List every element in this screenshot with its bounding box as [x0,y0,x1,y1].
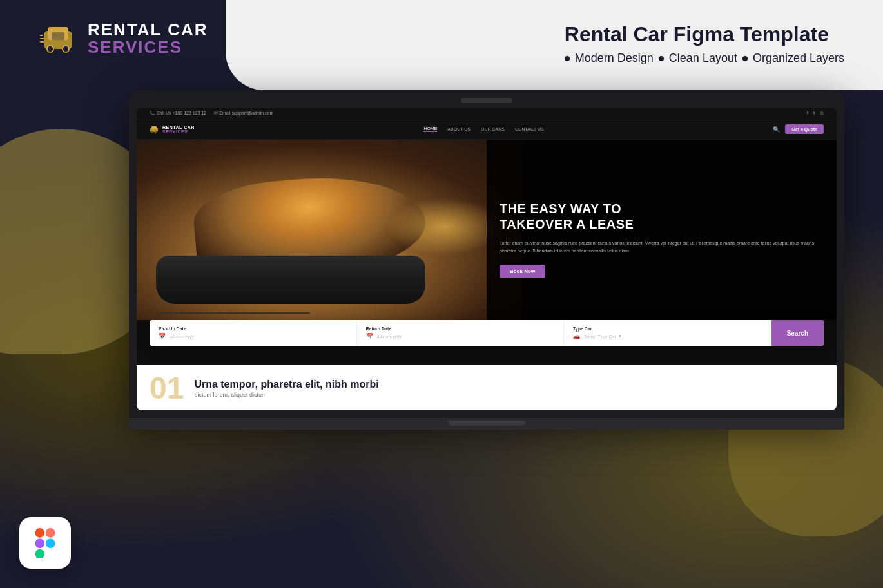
type-car-label: Type Car [573,327,762,331]
features-list: Modern Design Clean Layout Organized Lay… [565,52,844,65]
logo-icon [39,19,77,58]
phone-label: Call Us +180 123 123 12 [157,111,206,115]
site-nav: RENTAL CAR SERVICES HOME ABOUT US OUR CA… [137,119,837,140]
site-nav-logo: RENTAL CAR SERVICES [150,125,195,134]
site-about: 01 Urna tempor, pharetra elit, nibh morb… [137,365,837,410]
hero-car-detail1 [156,312,310,314]
feature-dot-3 [742,56,748,61]
laptop-body: 📞 Call Us +180 123 123 12 ✉ Email suppor… [129,90,844,418]
site-logo-line2: SERVICES [162,129,195,134]
site-topbar: 📞 Call Us +180 123 123 12 ✉ Email suppor… [137,108,837,119]
get-quote-button[interactable]: Get a Quote [785,124,824,134]
header-right: Rental Car Figma Template Modern Design … [565,19,844,65]
pickup-date-row: 📅 dd-mm-yyyy [159,333,347,339]
svg-point-3 [63,46,69,52]
site-nav-logo-text: RENTAL CAR SERVICES [162,125,195,134]
type-car-row: 🚗 Select Type Car ▾ [573,333,762,339]
hero-car-grill [156,256,425,304]
feature-modern-design: Modern Design [575,52,654,65]
site-topbar-left: 📞 Call Us +180 123 123 12 ✉ Email suppor… [150,111,273,116]
return-date-field[interactable]: Return Date 📅 dd-mm-yyyy [357,320,565,346]
calendar-icon-return: 📅 [366,333,373,339]
social-facebook[interactable]: f [807,111,808,116]
hero-description: Tortor etiam pulvinar nunc sagittis nunc… [500,240,824,254]
template-title: Rental Car Figma Template [565,23,844,46]
about-heading: Urna tempor, pharetra elit, nibh morbi [194,378,378,392]
type-car-field[interactable]: Type Car 🚗 Select Type Car ▾ [564,320,771,346]
about-subtext: dictum lorem, aliquet dictum [194,392,378,398]
pickup-date-label: Pick Up Date [159,327,347,331]
pickup-date-field[interactable]: Pick Up Date 📅 dd-mm-yyyy [150,320,357,346]
book-now-button[interactable]: Book Now [500,265,545,278]
search-bar: Pick Up Date 📅 dd-mm-yyyy Return Date 📅 … [150,320,824,346]
pickup-date-value: dd-mm-yyyy [170,334,194,339]
type-car-value: Select Type Car [584,334,616,339]
site-topbar-right: f t ⊙ [807,111,824,116]
laptop-notch [461,98,512,103]
hero-heading: THE EASY WAY TO TAKEOVER A LEASE [500,201,824,232]
header: RENTAL CAR SERVICES Rental Car Figma Tem… [0,0,883,78]
calendar-icon-pickup: 📅 [159,333,166,339]
laptop-screen: 📞 Call Us +180 123 123 12 ✉ Email suppor… [137,108,837,410]
return-date-label: Return Date [366,327,555,331]
return-date-row: 📅 dd-mm-yyyy [366,333,555,339]
topbar-phone: 📞 Call Us +180 123 123 12 [150,111,206,116]
svg-rect-9 [151,126,157,129]
site-logo-line1: RENTAL CAR [162,125,195,129]
nav-link-contact[interactable]: CONTACT US [515,127,544,131]
dropdown-arrow-icon: ▾ [619,334,621,339]
email-label: Email support@admin.com [219,111,273,115]
search-button[interactable]: Search [771,320,824,346]
hero-car-image [137,140,521,333]
logo-title-rental: RENTAL CAR [88,21,208,38]
svg-point-16 [46,538,55,548]
svg-rect-12 [35,528,44,538]
svg-point-10 [151,131,153,133]
hero-heading-line1: THE EASY WAY TO [500,202,621,216]
svg-rect-14 [35,538,44,548]
site-hero: THE EASY WAY TO TAKEOVER A LEASE Tortor … [137,140,837,333]
svg-point-2 [47,46,53,52]
feature-dot-2 [659,56,664,61]
topbar-email: ✉ Email support@admin.com [214,111,273,116]
return-date-value: dd-mm-yyyy [377,334,402,339]
phone-icon: 📞 [150,111,155,115]
hero-text-area: THE EASY WAY TO TAKEOVER A LEASE Tortor … [487,140,837,333]
car-icon: 🚗 [573,333,580,339]
social-instagram[interactable]: ⊙ [820,111,824,116]
search-bar-wrapper: Pick Up Date 📅 dd-mm-yyyy Return Date 📅 … [137,320,837,365]
logo-area: RENTAL CAR SERVICES [39,19,208,58]
feature-dot-1 [565,56,570,61]
laptop-base [129,418,844,430]
nav-link-home[interactable]: HOME [423,126,437,132]
svg-point-11 [155,131,157,133]
nav-link-cars[interactable]: OUR CARS [481,127,505,131]
nav-search-icon[interactable]: 🔍 [773,126,780,133]
svg-rect-13 [46,528,55,538]
figma-icon-container [19,517,71,569]
site-nav-links: HOME ABOUT US OUR CARS CONTACT US [423,126,543,132]
about-number: 01 [150,373,184,404]
logo-text: RENTAL CAR SERVICES [88,21,208,57]
social-twitter[interactable]: t [813,111,815,116]
hero-headlight-glow [387,198,502,256]
svg-rect-4 [52,32,64,40]
nav-link-about[interactable]: ABOUT US [447,127,471,131]
feature-organized-layers: Organized Layers [753,52,844,65]
about-content: 01 Urna tempor, pharetra elit, nibh morb… [150,378,824,404]
site-nav-actions: 🔍 Get a Quote [773,124,824,134]
email-icon: ✉ [214,111,218,115]
svg-rect-15 [35,549,44,558]
figma-icon [30,528,60,558]
laptop-mockup: 📞 Call Us +180 123 123 12 ✉ Email suppor… [129,90,844,549]
about-text-block: Urna tempor, pharetra elit, nibh morbi d… [194,378,378,398]
hero-heading-line2: TAKEOVER A LEASE [500,217,634,231]
feature-clean-layout: Clean Layout [669,52,737,65]
logo-title-services: SERVICES [88,38,208,57]
